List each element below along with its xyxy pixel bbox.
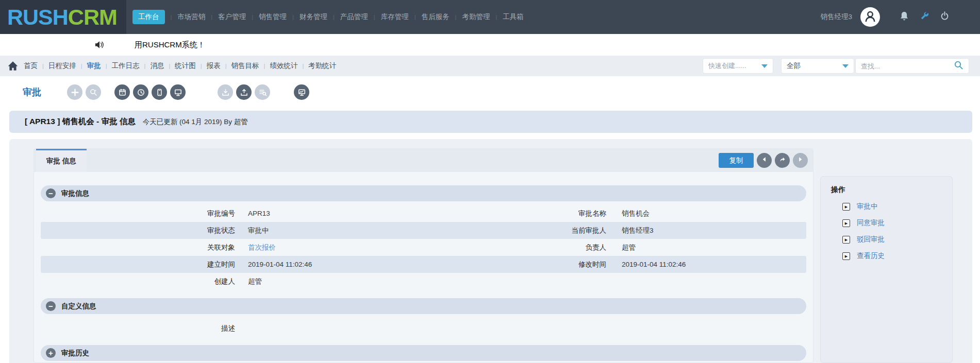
subnav-link-9[interactable]: 绩效统计 (270, 61, 297, 71)
page-title: 审批 (23, 76, 41, 108)
subnav-link-2[interactable]: 日程安排 (48, 61, 76, 71)
mobile-button[interactable] (152, 84, 167, 100)
search-icon[interactable] (954, 60, 964, 72)
logo-crm: CRM (68, 5, 117, 29)
menu-separator: | (495, 14, 497, 20)
desktop-icon (174, 88, 182, 97)
subnav-link-10[interactable]: 考勤统计 (308, 61, 336, 71)
section-title: 审批信息 (61, 189, 89, 198)
field-label: 当前审批人 (427, 226, 608, 235)
field-label: 审批状态 (41, 226, 237, 235)
calendar-icon (118, 88, 127, 97)
logout-button[interactable] (939, 11, 950, 23)
menu-separator: | (455, 14, 457, 20)
operation-label: 驳回审批 (857, 235, 885, 244)
advanced-search-button[interactable] (86, 84, 101, 100)
menu-item-3[interactable]: 客户管理 (218, 12, 246, 22)
wrench-icon (920, 11, 929, 23)
menu-separator: | (333, 14, 335, 20)
detail-sections: −审批信息审批编号APR13审批名称销售机会审批状态审批中当前审批人销售经理3关… (34, 185, 813, 361)
subnav-link-8[interactable]: 销售目标 (231, 61, 259, 71)
settings-button[interactable] (919, 11, 930, 23)
subnav-link-7[interactable]: 报表 (207, 61, 221, 71)
subnav-link-6[interactable]: 统计图 (175, 61, 196, 71)
link-separator: | (81, 63, 82, 69)
menu-separator: | (252, 14, 253, 20)
list-search-button[interactable] (255, 84, 270, 100)
expand-icon[interactable]: + (46, 348, 56, 358)
prev-record-button[interactable] (757, 153, 772, 168)
operation-item-3[interactable]: ▶驳回审批 (842, 235, 942, 244)
field-label: 审批编号 (41, 209, 237, 218)
menu-item-4[interactable]: 销售管理 (259, 12, 287, 22)
import-button[interactable] (218, 84, 233, 100)
record-actions: 复制 (719, 153, 808, 168)
page-title-row: 审批 (0, 76, 980, 111)
field-value: 2019-01-04 11:02:46 (237, 261, 427, 268)
link-separator: | (201, 63, 202, 69)
field-row: 审批状态审批中当前审批人销售经理3 (41, 222, 806, 239)
play-square-icon: ▶ (842, 252, 850, 260)
chevron-down-icon (842, 64, 849, 68)
related-record-link[interactable]: 首次报价 (237, 243, 427, 252)
chevron-down-icon (761, 64, 768, 68)
field-label: 关联对象 (41, 243, 237, 252)
home-icon[interactable] (7, 60, 19, 74)
section-title: 自定义信息 (61, 302, 96, 311)
clock-button[interactable] (133, 84, 148, 100)
field-value: 超管 (608, 243, 806, 252)
export-button[interactable] (236, 84, 252, 100)
subnav-link-4[interactable]: 工作日志 (112, 61, 140, 71)
module-navbar: 首页|日程安排|审批|工作日志|消息|统计图|报表|销售目标|绩效统计|考勤统计… (0, 56, 980, 76)
field-row: 审批编号APR13审批名称销售机会 (41, 205, 806, 222)
user-avatar[interactable] (860, 7, 880, 27)
record-updated-text: 今天已更新 (04 1月 2019) By 超管 (143, 117, 248, 127)
collapse-icon[interactable]: − (46, 301, 56, 311)
menu-item-5[interactable]: 财务管理 (300, 12, 327, 22)
operation-item-2[interactable]: ▶同意审批 (842, 218, 942, 228)
play-square-icon: ▶ (842, 219, 850, 227)
speaker-icon (94, 40, 105, 52)
next-record-button[interactable] (793, 153, 808, 168)
section-header-3[interactable]: +审批历史 (41, 345, 806, 361)
menu-item-7[interactable]: 库存管理 (381, 12, 409, 22)
operation-item-1[interactable]: ▶审批中 (842, 202, 942, 211)
subnav-link-1[interactable]: 首页 (24, 61, 38, 71)
field-rows: 描述 (41, 320, 806, 337)
search-scope-dropdown[interactable]: 全部 (781, 58, 854, 74)
field-value: 销售经理3 (608, 226, 806, 235)
toolbar-group-3 (218, 84, 270, 100)
current-user[interactable]: 销售经理3 (820, 12, 852, 22)
menu-item-2[interactable]: 市场营销 (177, 12, 205, 22)
link-separator: | (169, 63, 170, 69)
field-value: 超管 (237, 277, 427, 286)
operation-item-4[interactable]: ▶查看历史 (842, 251, 942, 261)
notifications-button[interactable] (899, 10, 910, 24)
menu-separator: | (292, 14, 294, 20)
field-label: 负责人 (427, 243, 608, 252)
subnav-link-5[interactable]: 消息 (150, 61, 164, 71)
desktop-button[interactable] (170, 84, 186, 100)
menu-item-1[interactable]: 工作台 (132, 10, 165, 24)
quick-create-dropdown[interactable]: 快速创建...... (703, 58, 773, 74)
forward-button[interactable] (775, 153, 790, 168)
search-input[interactable] (861, 62, 954, 70)
subnav-link-3[interactable]: 审批 (87, 61, 101, 71)
copy-button[interactable]: 复制 (719, 153, 754, 168)
dashboard-button[interactable] (294, 84, 309, 100)
menu-item-6[interactable]: 产品管理 (340, 12, 368, 22)
menu-separator: | (414, 14, 416, 20)
link-separator: | (264, 63, 265, 69)
add-button[interactable] (67, 84, 82, 100)
tab-approval-info[interactable]: 审批 信息 (36, 149, 87, 172)
field-value: 2019-01-04 11:02:46 (608, 261, 806, 268)
section-header-1[interactable]: −审批信息 (41, 185, 806, 201)
menu-item-8[interactable]: 售后服务 (422, 12, 450, 22)
calendar-button[interactable] (114, 84, 130, 100)
menu-item-9[interactable]: 考勤管理 (462, 12, 490, 22)
search-scope-value: 全部 (787, 61, 842, 71)
section-header-2[interactable]: −自定义信息 (41, 298, 806, 314)
collapse-icon[interactable]: − (46, 188, 56, 198)
app-logo[interactable]: RUSHCRM (0, 0, 126, 34)
menu-item-10[interactable]: 工具箱 (503, 12, 524, 22)
